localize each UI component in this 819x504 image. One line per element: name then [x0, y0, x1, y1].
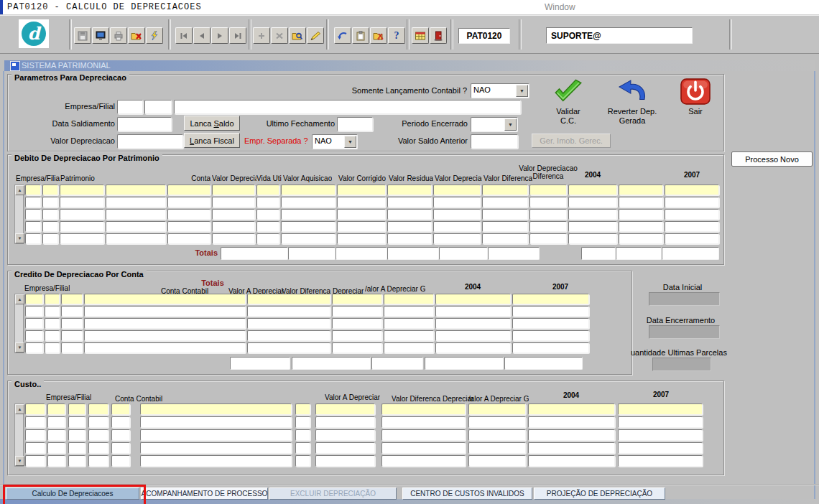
grid-cell[interactable] — [387, 209, 432, 220]
grid-cell[interactable] — [618, 429, 703, 441]
grid-cell[interactable] — [528, 455, 615, 467]
grid-cell[interactable] — [42, 197, 58, 207]
grid-cell[interactable] — [68, 429, 85, 441]
data-saldiamento-input[interactable] — [117, 117, 172, 131]
grid-cell[interactable] — [84, 318, 246, 329]
grid-cell[interactable] — [295, 416, 310, 428]
grid-cell[interactable] — [315, 442, 375, 454]
grid-cell[interactable] — [381, 455, 466, 467]
grid-cell[interactable] — [295, 455, 310, 467]
grid-cell[interactable] — [61, 330, 83, 341]
grid-cell[interactable] — [435, 330, 511, 341]
help-button[interactable]: ? — [388, 27, 405, 44]
grid-cell[interactable] — [45, 306, 60, 317]
cut-folder-button[interactable] — [370, 27, 387, 44]
grid-cell[interactable] — [68, 416, 85, 428]
grid-cell[interactable] — [47, 416, 65, 428]
grid-cell[interactable] — [68, 403, 85, 415]
grid-cell[interactable] — [568, 185, 617, 195]
grid-cell[interactable] — [387, 221, 432, 232]
tab-centro-de-custos-invalidos[interactable]: CENTRO DE CUSTOS INVALIDOS — [402, 487, 532, 500]
grid-cell[interactable] — [25, 294, 43, 304]
grid-cell[interactable] — [468, 455, 526, 467]
grid-cell[interactable] — [332, 342, 382, 353]
reverter-dep-button[interactable] — [614, 79, 650, 107]
debito-scrollbar[interactable]: ▲ ▼ — [14, 185, 24, 244]
grid-cell[interactable] — [665, 209, 719, 220]
grid-cell[interactable] — [25, 197, 41, 207]
lightning-button[interactable] — [146, 27, 163, 44]
credito-scrollbar[interactable]: ▲ ▼ — [14, 294, 24, 353]
scroll-up-icon[interactable]: ▲ — [15, 185, 24, 195]
grid-cell[interactable] — [315, 455, 375, 467]
grid-cell[interactable] — [512, 342, 589, 353]
grid-cell[interactable] — [384, 330, 434, 341]
grid-cell[interactable] — [47, 429, 65, 441]
periodo-encerrado-combo[interactable]: ▼ — [471, 117, 518, 132]
grid-cell[interactable] — [61, 294, 83, 304]
grid-cell[interactable] — [433, 209, 481, 220]
last-record-button[interactable] — [229, 27, 246, 44]
grid-cell[interactable] — [42, 221, 58, 232]
grid-cell[interactable] — [482, 233, 528, 244]
grid-cell[interactable] — [167, 197, 210, 207]
grid-cell[interactable] — [433, 185, 481, 195]
grid-cell[interactable] — [529, 221, 567, 232]
grid-cell[interactable] — [568, 197, 617, 207]
grid-cell[interactable] — [61, 342, 83, 353]
lanca-saldo-button[interactable]: Lanca Saldo — [184, 116, 240, 131]
grid-cell[interactable] — [332, 306, 382, 317]
grid-cell[interactable] — [281, 221, 336, 232]
clipboard-button[interactable] — [352, 27, 369, 44]
grid-cell[interactable] — [468, 403, 526, 415]
grid-cell[interactable] — [106, 185, 166, 195]
grid-cell[interactable] — [665, 233, 719, 244]
grid-cell[interactable] — [47, 455, 65, 467]
chevron-down-icon[interactable]: ▼ — [504, 118, 517, 131]
grid-cell[interactable] — [315, 416, 375, 428]
grid-cell[interactable] — [25, 330, 43, 341]
grid-cell[interactable] — [88, 455, 108, 467]
grid-cell[interactable] — [337, 221, 386, 232]
grid-cell[interactable] — [247, 318, 330, 329]
grid-cell[interactable] — [45, 330, 60, 341]
grid-cell[interactable] — [256, 209, 279, 220]
scroll-down-icon[interactable]: ▼ — [15, 456, 24, 466]
ultimo-fechamento-input[interactable] — [337, 117, 373, 131]
grid-cell[interactable] — [256, 221, 279, 232]
grid-cell[interactable] — [25, 429, 45, 441]
grid-cell[interactable] — [42, 233, 58, 244]
grid-cell[interactable] — [45, 294, 60, 304]
grid-cell[interactable] — [332, 294, 382, 304]
grid-cell[interactable] — [212, 221, 255, 232]
grid-cell[interactable] — [84, 342, 246, 353]
grid-cell[interactable] — [61, 318, 83, 329]
grid-cell[interactable] — [256, 197, 279, 207]
grid-cell[interactable] — [528, 416, 615, 428]
grid-cell[interactable] — [25, 221, 41, 232]
menu-button[interactable] — [412, 27, 429, 44]
grid-cell[interactable] — [47, 403, 65, 415]
save-button[interactable] — [74, 27, 91, 44]
grid-cell[interactable] — [529, 209, 567, 220]
grid-cell[interactable] — [25, 455, 45, 467]
valor-depreciacao-input[interactable] — [117, 134, 183, 149]
validar-cc-button[interactable] — [550, 79, 585, 107]
grid-cell[interactable] — [25, 306, 43, 317]
tab-projecao-de-depreciacao[interactable]: PROJEÇÃO DE DEPRECIAÇÃO — [534, 487, 665, 500]
grid-cell[interactable] — [60, 233, 104, 244]
grid-cell[interactable] — [167, 221, 210, 232]
grid-cell[interactable] — [482, 197, 528, 207]
grid-cell[interactable] — [88, 429, 108, 441]
next-record-button[interactable] — [211, 27, 228, 44]
grid-cell[interactable] — [212, 197, 255, 207]
grid-cell[interactable] — [384, 294, 434, 304]
first-record-button[interactable] — [175, 27, 193, 44]
grid-cell[interactable] — [60, 209, 104, 220]
grid-cell[interactable] — [381, 403, 466, 415]
grid-cell[interactable] — [281, 233, 336, 244]
grid-cell[interactable] — [468, 442, 526, 454]
grid-cell[interactable] — [25, 416, 45, 428]
remove-button[interactable] — [271, 27, 288, 44]
grid-cell[interactable] — [529, 233, 567, 244]
